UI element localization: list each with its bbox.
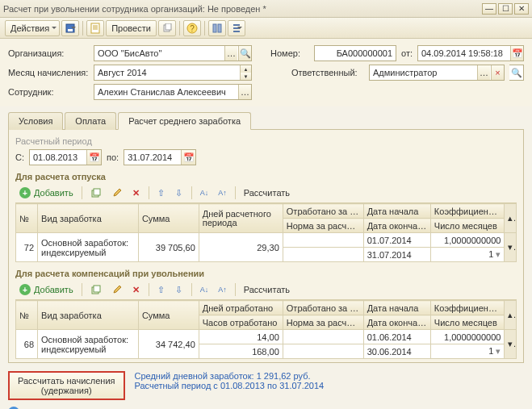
edit-row-button[interactable]	[107, 185, 127, 201]
svg-rect-4	[165, 23, 171, 30]
tab-payment[interactable]: Оплата	[65, 112, 116, 130]
dots-icon[interactable]: …	[238, 85, 251, 99]
col-norm[interactable]: Норма за расчетн..	[283, 219, 363, 233]
responsible-input[interactable]: Администратор … ×	[369, 65, 505, 81]
summary-text: Средний дневной заработок: 1 291,62 руб.…	[135, 371, 325, 390]
col-months[interactable]: Число месяцев	[430, 219, 505, 233]
scroll-down[interactable]: ▾	[505, 330, 517, 359]
col-coef[interactable]: Коэффициент и..	[430, 301, 505, 315]
delete-row-button[interactable]: ✕	[128, 185, 145, 201]
copy-row-button[interactable]	[86, 282, 106, 298]
svg-rect-8	[218, 24, 221, 32]
titlebar: Расчет при увольнении сотрудника организ…	[0, 0, 532, 18]
scroll-up[interactable]: ▴	[505, 301, 517, 330]
maximize-button[interactable]: ☐	[498, 3, 513, 15]
add-button[interactable]: +Добавить	[15, 185, 77, 201]
col-n[interactable]: №	[16, 204, 38, 233]
col-dstart[interactable]: Дата начала	[363, 204, 430, 219]
calendar-icon[interactable]: 📅	[181, 150, 195, 165]
col-dend[interactable]: Дата окончания	[363, 219, 430, 233]
date-input[interactable]: 04.09.2014 19:58:18 📅	[417, 45, 524, 61]
col-hours[interactable]: Часов отработано	[199, 315, 283, 330]
move-down-button[interactable]: ⇩	[171, 282, 187, 298]
month-input[interactable]: Август 2014 ▲▼	[94, 65, 252, 81]
number-label: Номер:	[270, 48, 309, 58]
col-coef[interactable]: Коэффициент и..	[430, 204, 505, 219]
sort-desc-button[interactable]: A↑	[214, 185, 231, 201]
period-from-input[interactable]: 01.08.2013📅	[29, 149, 102, 165]
search-icon[interactable]: 🔍	[238, 46, 251, 61]
vacation-grid: № Вид заработка Сумма Дней расчетного пе…	[15, 203, 517, 262]
section-comp-title: Для расчета компенсаций при увольнении	[15, 269, 517, 278]
col-sum[interactable]: Сумма	[138, 204, 199, 233]
dots-icon[interactable]: …	[477, 65, 490, 80]
section-vacation-title: Для расчета отпуска	[15, 172, 517, 182]
copy-row-button[interactable]	[86, 185, 106, 201]
sort-asc-button[interactable]: A↓	[196, 185, 213, 201]
svg-rect-7	[213, 24, 216, 32]
dots-icon[interactable]: …	[224, 46, 237, 61]
document-icon-button[interactable]	[86, 20, 104, 36]
minimize-button[interactable]: —	[482, 3, 496, 15]
table-header-row: № Вид заработка Сумма Дней отработано От…	[16, 301, 517, 315]
window-buttons: — ☐ ✕	[482, 3, 529, 15]
from-label: от:	[401, 48, 413, 58]
calendar-icon[interactable]: 📅	[510, 46, 523, 61]
calculate-button[interactable]: Рассчитать	[240, 282, 294, 298]
provesti-button[interactable]: Провести	[106, 20, 157, 36]
number-input[interactable]: БА000000001	[314, 45, 396, 61]
tab-average[interactable]: Расчет среднего заработка	[118, 112, 251, 130]
resp-label: Ответственный:	[291, 68, 364, 77]
misc-button-2[interactable]	[228, 20, 245, 36]
delete-row-button[interactable]: ✕	[128, 282, 145, 298]
sort-desc-button[interactable]: A↑	[214, 282, 231, 298]
period-to-input[interactable]: 31.07.2014📅	[124, 149, 196, 165]
svg-rect-12	[94, 286, 100, 292]
search-button[interactable]: 🔍	[509, 65, 524, 81]
save-dropdown-button[interactable]	[61, 20, 79, 36]
col-norm[interactable]: Норма за расчетн..	[283, 315, 363, 330]
table-row[interactable]: 72 Основной заработок: индексируемый 39 …	[16, 233, 517, 248]
col-dend[interactable]: Дата окончания	[363, 315, 430, 330]
col-days[interactable]: Дней расчетного периода	[199, 204, 283, 233]
scroll-down[interactable]: ▾	[505, 233, 517, 262]
help-button[interactable]: ?	[183, 20, 201, 36]
close-button[interactable]: ✕	[514, 3, 529, 15]
col-sum[interactable]: Сумма	[138, 301, 199, 330]
sort-asc-button[interactable]: A↓	[196, 282, 213, 298]
employee-input[interactable]: Алехин Станислав Алексеевич …	[94, 84, 252, 100]
col-dstart[interactable]: Дата начала	[363, 301, 430, 315]
tab-conditions[interactable]: Условия	[8, 112, 63, 130]
scroll-up[interactable]: ▴	[505, 204, 517, 233]
col-kind[interactable]: Вид заработка	[38, 301, 139, 330]
table-header-row: № Вид заработка Сумма Дней расчетного пе…	[16, 204, 517, 219]
period-title: Расчетный период	[15, 136, 517, 146]
month-label: Месяц начисления:	[8, 68, 89, 77]
col-days[interactable]: Дней отработано	[199, 301, 283, 315]
col-otr[interactable]: Отработано за ра..	[283, 204, 363, 219]
move-up-button[interactable]: ⇧	[153, 185, 170, 201]
misc-button-1[interactable]	[208, 20, 226, 36]
calculate-button[interactable]: Рассчитать	[240, 185, 294, 201]
col-months[interactable]: Число месяцев	[430, 315, 505, 330]
col-kind[interactable]: Вид заработка	[38, 204, 139, 233]
month-spinner[interactable]: ▲▼	[240, 65, 251, 80]
col-otr[interactable]: Отработано за ра..	[283, 301, 363, 315]
svg-rect-10	[94, 189, 100, 195]
vacation-toolbar: +Добавить ✕ ⇧ ⇩ A↓ A↑ Рассчитать	[15, 183, 517, 203]
col-n[interactable]: №	[16, 301, 38, 330]
comp-grid: № Вид заработка Сумма Дней отработано От…	[15, 300, 517, 359]
move-down-button[interactable]: ⇩	[171, 185, 187, 201]
add-button[interactable]: +Добавить	[15, 282, 77, 298]
status-bar: i Документ рассчитан, но не проведен	[0, 403, 532, 409]
form-header: Организация: ООО "БисАвто" … 🔍 Номер: БА…	[0, 39, 532, 106]
move-up-button[interactable]: ⇧	[153, 282, 170, 298]
calculate-accruals-button[interactable]: Рассчитать начисления (удержания)	[8, 371, 125, 400]
edit-row-button[interactable]	[107, 282, 127, 298]
clear-icon[interactable]: ×	[491, 65, 504, 80]
org-input[interactable]: ООО "БисАвто" … 🔍	[94, 45, 252, 61]
calendar-icon[interactable]: 📅	[86, 150, 101, 165]
table-row[interactable]: 68 Основной заработок: индексируемый 34 …	[16, 330, 517, 344]
copy-button[interactable]	[158, 20, 176, 36]
actions-menu[interactable]: Действия	[5, 20, 60, 36]
